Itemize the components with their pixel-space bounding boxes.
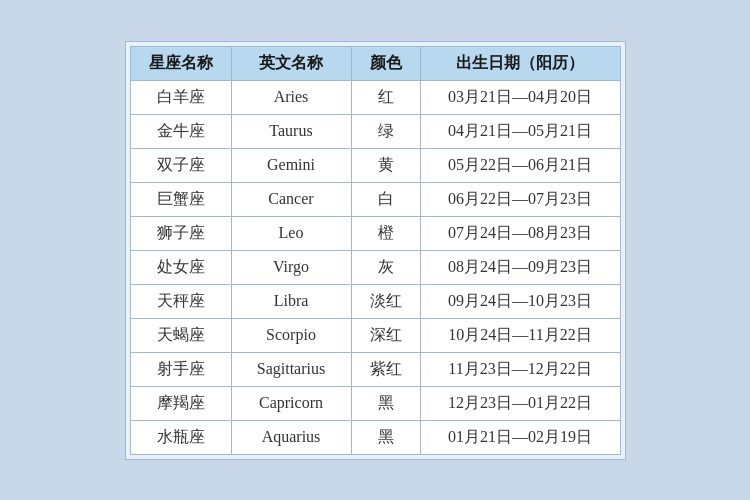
cell-chinese: 摩羯座 xyxy=(130,386,231,420)
table-row: 水瓶座Aquarius黑01月21日—02月19日 xyxy=(130,420,620,454)
table-row: 处女座Virgo灰08月24日—09月23日 xyxy=(130,250,620,284)
cell-english: Aries xyxy=(231,80,351,114)
cell-date: 06月22日—07月23日 xyxy=(420,182,620,216)
cell-color: 黄 xyxy=(351,148,420,182)
cell-english: Scorpio xyxy=(231,318,351,352)
cell-english: Leo xyxy=(231,216,351,250)
header-color: 颜色 xyxy=(351,46,420,80)
cell-english: Gemini xyxy=(231,148,351,182)
cell-chinese: 白羊座 xyxy=(130,80,231,114)
cell-chinese: 金牛座 xyxy=(130,114,231,148)
cell-chinese: 天秤座 xyxy=(130,284,231,318)
cell-color: 紫红 xyxy=(351,352,420,386)
cell-date: 08月24日—09月23日 xyxy=(420,250,620,284)
cell-chinese: 处女座 xyxy=(130,250,231,284)
cell-date: 04月21日—05月21日 xyxy=(420,114,620,148)
cell-english: Aquarius xyxy=(231,420,351,454)
cell-color: 黑 xyxy=(351,386,420,420)
table-row: 摩羯座Capricorn黑12月23日—01月22日 xyxy=(130,386,620,420)
cell-english: Taurus xyxy=(231,114,351,148)
table-row: 双子座Gemini黄05月22日—06月21日 xyxy=(130,148,620,182)
cell-color: 红 xyxy=(351,80,420,114)
cell-date: 07月24日—08月23日 xyxy=(420,216,620,250)
cell-color: 绿 xyxy=(351,114,420,148)
cell-color: 橙 xyxy=(351,216,420,250)
cell-chinese: 双子座 xyxy=(130,148,231,182)
header-english: 英文名称 xyxy=(231,46,351,80)
cell-english: Libra xyxy=(231,284,351,318)
table-row: 天秤座Libra淡红09月24日—10月23日 xyxy=(130,284,620,318)
cell-english: Cancer xyxy=(231,182,351,216)
cell-english: Virgo xyxy=(231,250,351,284)
cell-chinese: 射手座 xyxy=(130,352,231,386)
table-row: 狮子座Leo橙07月24日—08月23日 xyxy=(130,216,620,250)
header-date: 出生日期（阳历） xyxy=(420,46,620,80)
cell-date: 12月23日—01月22日 xyxy=(420,386,620,420)
cell-date: 01月21日—02月19日 xyxy=(420,420,620,454)
cell-color: 淡红 xyxy=(351,284,420,318)
table-body: 白羊座Aries红03月21日—04月20日金牛座Taurus绿04月21日—0… xyxy=(130,80,620,454)
cell-english: Capricorn xyxy=(231,386,351,420)
cell-color: 白 xyxy=(351,182,420,216)
header-chinese: 星座名称 xyxy=(130,46,231,80)
zodiac-table: 星座名称 英文名称 颜色 出生日期（阳历） 白羊座Aries红03月21日—04… xyxy=(130,46,621,455)
cell-date: 09月24日—10月23日 xyxy=(420,284,620,318)
cell-english: Sagittarius xyxy=(231,352,351,386)
cell-chinese: 水瓶座 xyxy=(130,420,231,454)
table-container: 星座名称 英文名称 颜色 出生日期（阳历） 白羊座Aries红03月21日—04… xyxy=(125,41,626,460)
table-header-row: 星座名称 英文名称 颜色 出生日期（阳历） xyxy=(130,46,620,80)
table-row: 白羊座Aries红03月21日—04月20日 xyxy=(130,80,620,114)
cell-date: 11月23日—12月22日 xyxy=(420,352,620,386)
cell-color: 黑 xyxy=(351,420,420,454)
table-row: 射手座Sagittarius紫红11月23日—12月22日 xyxy=(130,352,620,386)
cell-date: 03月21日—04月20日 xyxy=(420,80,620,114)
cell-chinese: 天蝎座 xyxy=(130,318,231,352)
cell-chinese: 狮子座 xyxy=(130,216,231,250)
cell-color: 灰 xyxy=(351,250,420,284)
cell-date: 05月22日—06月21日 xyxy=(420,148,620,182)
cell-date: 10月24日—11月22日 xyxy=(420,318,620,352)
table-row: 天蝎座Scorpio深红10月24日—11月22日 xyxy=(130,318,620,352)
cell-color: 深红 xyxy=(351,318,420,352)
cell-chinese: 巨蟹座 xyxy=(130,182,231,216)
table-row: 金牛座Taurus绿04月21日—05月21日 xyxy=(130,114,620,148)
table-row: 巨蟹座Cancer白06月22日—07月23日 xyxy=(130,182,620,216)
